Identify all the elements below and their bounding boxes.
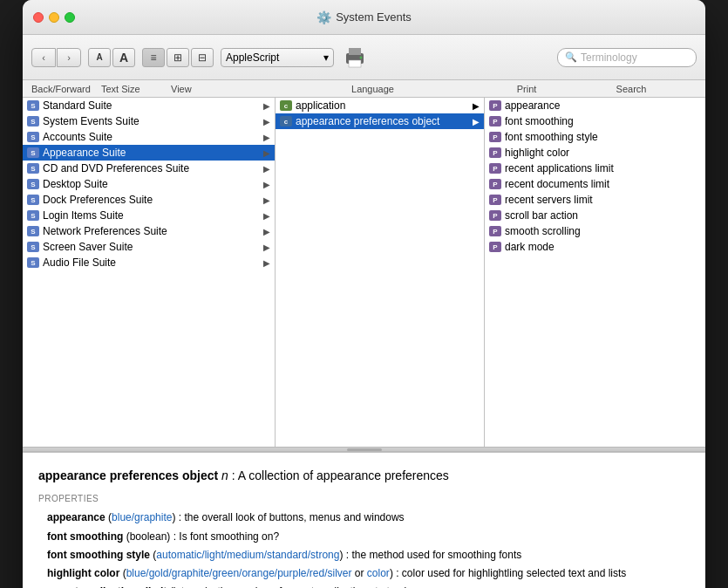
view-group: ≡ ⊞ ⊟ bbox=[142, 48, 214, 67]
text-size-label: Text Size bbox=[101, 84, 171, 94]
view-table-button[interactable]: ⊞ bbox=[167, 48, 189, 67]
prop-badge: P bbox=[489, 163, 501, 174]
chevron-down-icon: ▾ bbox=[323, 51, 329, 64]
prop-item-recent-docs[interactable]: P recent documents limit bbox=[485, 176, 705, 192]
class-item-appearance-prefs[interactable]: c appearance preferences object ▶ bbox=[276, 113, 484, 129]
search-area: 🔍 Terminology bbox=[557, 48, 697, 67]
traffic-lights bbox=[33, 12, 75, 23]
suite-item-desktop[interactable]: S Desktop Suite ▶ bbox=[23, 176, 275, 192]
text-smaller-button[interactable]: A bbox=[88, 48, 111, 67]
close-button[interactable] bbox=[33, 12, 44, 23]
suite-item-network[interactable]: S Network Preferences Suite ▶ bbox=[23, 223, 275, 239]
fullscreen-button[interactable] bbox=[65, 12, 75, 23]
properties-section-label: PROPERTIES bbox=[38, 492, 690, 506]
back-forward-group: ‹ › bbox=[31, 48, 81, 67]
suite-item-dock[interactable]: S Dock Preferences Suite ▶ bbox=[23, 192, 275, 208]
view-icon-button[interactable]: ⊟ bbox=[191, 48, 214, 67]
back-button[interactable]: ‹ bbox=[31, 48, 56, 67]
prop-badge: P bbox=[489, 242, 501, 252]
text-size-buttons: A A bbox=[88, 48, 135, 67]
prop-badge: P bbox=[489, 100, 501, 111]
language-selector[interactable]: AppleScript ▾ bbox=[221, 48, 334, 67]
suite-item-standard[interactable]: S Standard Suite ▶ bbox=[23, 98, 275, 113]
window-title: ⚙️ System Events bbox=[316, 10, 412, 24]
prop-item-font-smoothing[interactable]: P font smoothing bbox=[485, 113, 705, 129]
chevron-right-icon: ▶ bbox=[263, 195, 270, 205]
resizer-handle bbox=[347, 448, 382, 451]
titlebar: ⚙️ System Events bbox=[23, 0, 705, 35]
prop-item-font-smoothing-style[interactable]: P font smoothing style bbox=[485, 129, 705, 145]
toolbar: ‹ › A A ≡ ⊞ ⊟ AppleScript ▾ bbox=[23, 35, 705, 80]
font-smoothing-style-link[interactable]: automatic/light/medium/standard/strong bbox=[156, 549, 339, 561]
view-buttons: ≡ ⊞ ⊟ bbox=[142, 48, 214, 67]
chevron-right-icon: ▶ bbox=[263, 101, 270, 111]
chevron-right-icon: ▶ bbox=[263, 164, 270, 174]
suite-badge: S bbox=[27, 242, 39, 252]
doc-prop-recent-apps: recent applications limit (integer) : th… bbox=[38, 584, 690, 588]
suite-item-system-events[interactable]: S System Events Suite ▶ bbox=[23, 113, 275, 129]
color-link[interactable]: color bbox=[367, 567, 390, 579]
svg-rect-2 bbox=[349, 60, 361, 67]
doc-panel: appearance preferences object n : A coll… bbox=[23, 452, 705, 588]
toolbar-labels: Back/Forward Text Size View Language Pri… bbox=[23, 80, 705, 98]
app-icon: ⚙️ bbox=[316, 10, 331, 24]
highlight-color-link[interactable]: blue/gold/graphite/green/orange/purple/r… bbox=[126, 567, 352, 579]
chevron-right-icon: ▶ bbox=[263, 180, 270, 189]
class-item-application[interactable]: c application ▶ bbox=[276, 98, 484, 113]
prop-badge: P bbox=[489, 147, 501, 158]
prop-badge: P bbox=[489, 179, 501, 189]
print-group bbox=[341, 45, 369, 70]
text-larger-button[interactable]: A bbox=[112, 48, 135, 67]
prop-item-recent-apps[interactable]: P recent applications limit bbox=[485, 161, 705, 176]
suite-item-appearance[interactable]: S Appearance Suite ▶ bbox=[23, 145, 275, 161]
suite-badge: S bbox=[27, 163, 39, 174]
class-badge: c bbox=[280, 116, 292, 126]
suite-badge: S bbox=[27, 100, 39, 111]
prop-badge: P bbox=[489, 226, 501, 236]
class-list: c application ▶ c appearance preferences… bbox=[276, 98, 485, 447]
doc-prop-font-smoothing-style: font smoothing style (automatic/light/me… bbox=[38, 547, 690, 564]
search-box[interactable]: 🔍 Terminology bbox=[557, 48, 697, 67]
search-icon: 🔍 bbox=[565, 51, 577, 63]
search-label: Search bbox=[557, 84, 705, 94]
doc-class-title: appearance preferences object n : A coll… bbox=[38, 466, 690, 485]
chevron-right-icon: ▶ bbox=[263, 211, 270, 221]
print-label: Print bbox=[496, 84, 557, 94]
class-badge: c bbox=[280, 100, 292, 111]
suite-badge: S bbox=[27, 116, 39, 126]
suite-item-audio[interactable]: S Audio File Suite ▶ bbox=[23, 255, 275, 270]
chevron-right-icon: ▶ bbox=[473, 117, 480, 126]
doc-class-name: appearance preferences object bbox=[38, 468, 218, 482]
view-label: View bbox=[171, 84, 249, 94]
prop-item-smooth-scrolling[interactable]: P smooth scrolling bbox=[485, 223, 705, 239]
svg-point-3 bbox=[360, 56, 363, 58]
language-group: AppleScript ▾ bbox=[221, 48, 334, 67]
suite-badge: S bbox=[27, 226, 39, 236]
suite-item-cd-dvd[interactable]: S CD and DVD Preferences Suite ▶ bbox=[23, 161, 275, 176]
prop-badge: P bbox=[489, 210, 501, 221]
svg-rect-1 bbox=[349, 48, 361, 55]
suite-item-login[interactable]: S Login Items Suite ▶ bbox=[23, 208, 275, 223]
chevron-right-icon: ▶ bbox=[473, 101, 480, 111]
print-button[interactable] bbox=[341, 45, 369, 70]
suite-badge: S bbox=[27, 179, 39, 189]
prop-item-dark-mode[interactable]: P dark mode bbox=[485, 239, 705, 255]
view-list-button[interactable]: ≡ bbox=[142, 48, 165, 67]
doc-prop-appearance: appearance (blue/graphite) : the overall… bbox=[38, 509, 690, 526]
property-list: P appearance P font smoothing P font smo… bbox=[485, 98, 705, 447]
minimize-button[interactable] bbox=[49, 12, 59, 23]
prop-item-recent-servers[interactable]: P recent servers limit bbox=[485, 192, 705, 208]
prop-item-highlight-color[interactable]: P highlight color bbox=[485, 145, 705, 161]
appearance-link[interactable]: blue/graphite bbox=[112, 511, 172, 523]
forward-button[interactable]: › bbox=[57, 48, 81, 67]
suite-item-screen-saver[interactable]: S Screen Saver Suite ▶ bbox=[23, 239, 275, 255]
nav-buttons: ‹ › bbox=[31, 48, 81, 67]
suite-item-accounts[interactable]: S Accounts Suite ▶ bbox=[23, 129, 275, 145]
language-label: Language bbox=[249, 84, 496, 94]
prop-item-scroll-bar-action[interactable]: P scroll bar action bbox=[485, 208, 705, 223]
suite-list: S Standard Suite ▶ S System Events Suite… bbox=[23, 98, 276, 447]
prop-item-appearance[interactable]: P appearance bbox=[485, 98, 705, 113]
text-size-group: A A bbox=[88, 48, 135, 67]
main-content: S Standard Suite ▶ S System Events Suite… bbox=[23, 98, 705, 447]
main-window: ⚙️ System Events ‹ › A A ≡ ⊞ ⊟ bbox=[23, 0, 705, 588]
